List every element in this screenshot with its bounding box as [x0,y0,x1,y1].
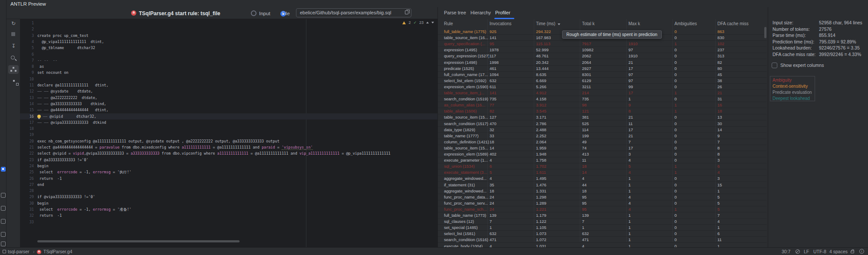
column-header[interactable]: Max k [628,21,640,26]
antlr-preview-tool-icon[interactable] [1,167,6,172]
profiler-row[interactable]: query_expression (1527)11748.76120621910… [438,53,767,59]
code-line[interactable]: 18 [20,126,437,132]
profiler-row[interactable]: func_proc_name_sch...241.22195415 [438,206,767,212]
scroll-to-source-icon[interactable]: ↧ [10,43,17,50]
window-stack-icon[interactable] [3,250,6,253]
code-editor[interactable]: 123create proc up_com_test4 @p_vipa11111… [20,19,437,247]
column-header[interactable]: Ambiguities [674,21,697,26]
profiler-row[interactable]: table_source_item (15...1273.17138121013 [438,114,767,120]
search-icon[interactable] [11,56,15,60]
code-line[interactable]: 1 [20,20,437,26]
code-line[interactable]: 17—— —— @vipa333333333333 dtkind [20,119,437,126]
tool-window-stripe-icon[interactable] [1,219,6,224]
profiler-row[interactable]: sql_union (1534)61.70218516 [438,163,767,169]
code-line[interactable]: 21select @a4444444444444444 = paravalue … [20,144,437,150]
profiler-view-toggle[interactable] [8,65,19,74]
column-header[interactable]: Total k [582,21,595,26]
profiler-row[interactable]: select_list (1581)6321.073632106 [438,231,767,237]
code-line[interactable]: 26 return -1 [20,176,437,182]
tool-window-stripe-icon[interactable] [1,232,6,237]
next-problem-icon[interactable] [431,22,434,23]
profiler-row[interactable]: search_condition (1519)7354.1587351031 [438,96,767,102]
show-expert-columns-label[interactable]: Show expert columns [780,63,824,68]
breadcrumb-project[interactable]: tsql-parser [8,249,30,254]
code-line[interactable]: 11declare @a1111111111111 dtint, [20,82,437,88]
copy-path-icon[interactable] [405,10,408,14]
table-vertical-scrollbar[interactable] [764,27,766,38]
code-line[interactable]: 7-- -- -- [20,57,437,63]
refresh-icon[interactable]: ↻ [10,20,17,27]
horizontal-scrollbar[interactable] [37,240,240,242]
tree-view-toggle[interactable] [8,78,19,87]
profiler-row[interactable]: expression (1495)197852.99910982970237 [438,47,767,53]
line-ending[interactable]: LF [804,249,809,254]
code-line[interactable]: 29if @vipa333333333333 !='0' [20,194,437,200]
profiler-row[interactable]: table_name (1777)332.2521992109 [438,133,767,139]
indent-setting[interactable]: 4 spaces [829,249,848,254]
profiler-row[interactable]: query_specification (...95115.1137917191… [438,41,767,47]
code-line[interactable]: 31 select errorcode = -1, errormsg = '准备… [20,206,437,212]
profiler-row[interactable]: set_special (1485)11.1051101 [438,225,767,231]
column-header[interactable]: Invocations [490,21,512,26]
code-line[interactable]: 6 [20,51,437,57]
input-radio-label[interactable]: Input [259,11,270,16]
file-radio-label[interactable]: File [282,11,290,16]
profiler-row[interactable]: expression (1498)199820.342206421082 [438,60,767,66]
code-line[interactable]: 23if @a333333333333 !='0' [20,157,437,163]
show-expert-columns-checkbox[interactable] [772,63,777,68]
code-line[interactable]: 13—— —— @a2222222222 dtdate, [20,95,437,101]
profiler-row[interactable]: execute_body (1004)41.0314101 [438,243,767,248]
tab-profiler[interactable]: Profiler [495,10,510,15]
tool-window-stripe-icon[interactable] [1,242,6,246]
input-radio[interactable] [251,10,256,16]
stop-icon[interactable] [11,32,15,36]
profiler-row[interactable]: sql_clauses (12)71.1227104 [438,219,767,225]
code-line[interactable]: 5 @p_tblname dtchar32 [20,45,437,51]
code-line[interactable]: 4 @p_vipa1111111111111 dtint, [20,39,437,45]
profiler-row[interactable]: table_alias (1606)823.5451218118 [438,108,767,114]
lock-icon[interactable] [851,251,854,253]
intention-bulb-icon[interactable] [37,115,41,118]
profiler-row[interactable]: table_source_item (15...141.959741708 [438,145,767,151]
tool-window-stripe-icon[interactable] [1,193,6,198]
code-line[interactable]: 9set nocount on [20,70,437,76]
column-header[interactable]: DFA cache miss [717,21,749,26]
code-line[interactable]: 2 [20,26,437,32]
profiler-row[interactable]: aggregate_windowed...181.33118101 [438,188,767,194]
profiler-row[interactable]: data_type (1829)322.48811417014 [438,127,767,133]
code-line[interactable]: 32 return -1 [20,212,437,219]
profiler-row[interactable]: search_condition (1517)4702.78652511030 [438,121,767,127]
profiler-row[interactable]: search_condition (1516)4711.0724711011 [438,237,767,243]
profiler-row[interactable]: execute_parameter (1...41.75811403 [438,157,767,163]
code-line[interactable]: 24begin [20,163,437,169]
code-line[interactable]: 16—— @vipid dtchar32, [20,113,437,119]
code-line[interactable]: 8 as [20,63,437,70]
profiler-row[interactable]: column_definition (1421)182.06449707 [438,139,767,145]
code-line[interactable]: 25 select errorcode = -1, errormsg = '执行… [20,169,437,175]
profiler-row[interactable]: aggregate_windowed...41.4954103 [438,176,767,182]
column-header[interactable]: Time (ms) [536,21,560,26]
highlighting-off-icon[interactable] [796,249,800,254]
info-icon[interactable]: i [859,249,864,254]
profiler-row[interactable]: func_proc_name_data...241.29895405 [438,194,767,200]
code-line[interactable]: 19 [20,132,437,138]
caret-position[interactable]: 30:7 [782,249,790,254]
tab-hierarchy[interactable]: Hierarchy [470,10,491,15]
code-line[interactable]: 22select @vipid = vipid,@vipa33333333333… [20,150,437,156]
previous-problem-icon[interactable] [426,22,429,23]
profiler-row[interactable]: if_statement (31)351.476441015 [438,182,767,188]
profiler-row[interactable]: predicate (1525)46113.444292717080 [438,66,767,72]
code-line[interactable]: 33 [20,219,437,225]
profiler-row[interactable]: full_table_name (1773)1391.179139107 [438,212,767,219]
tool-window-stripe-icon[interactable] [1,206,6,211]
file-path-field[interactable]: ebelice/Github/tsql-parser/examples/big.… [296,8,411,17]
code-line[interactable]: 28 [20,188,437,194]
code-line[interactable]: 3create proc up_com_test [20,33,437,39]
profiler-row[interactable]: full_column_name (17...10948.63583019704… [438,72,767,78]
code-line[interactable]: 15—— —— @a444444444444444 dtint, [20,107,437,113]
profiler-row[interactable]: select_list_elem (1592)6326.669612997038 [438,78,767,84]
code-line[interactable]: 30begin [20,200,437,206]
profiler-row[interactable]: execute_statement (3...51.61114414 [438,169,767,176]
code-line[interactable]: 10 [20,76,437,82]
code-line[interactable]: 20exec nb_com_getsysconfig @a11111111111… [20,138,437,144]
